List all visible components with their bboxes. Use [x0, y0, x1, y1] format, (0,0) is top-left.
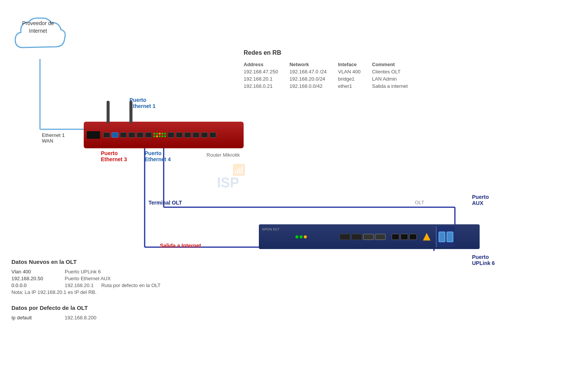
- olt-sfp-3: [363, 234, 374, 240]
- router-screen: [87, 131, 100, 139]
- wan-label: Ethernet 1 WAN: [42, 132, 65, 144]
- diagram-container: Proveedor de Internet Ethernet 1 WAN Pue…: [0, 0, 571, 392]
- puerto-eth1-label: PuertoEthernet 1: [129, 97, 155, 109]
- router-port-eth2: [128, 132, 135, 138]
- olt-device: GPON OLT: [259, 224, 480, 249]
- terminal-olt-label: Terminal OLT: [148, 200, 182, 206]
- datos-nuevos-section: Datos Nuevos en la OLT Vlan 400 Puerto U…: [11, 259, 161, 322]
- col-interface: Inteface: [338, 61, 372, 68]
- net-2: 192.168.20.0/24: [289, 75, 338, 83]
- table-row: 192.168.20.1 192.168.20.0/24 bridge1 LAN…: [244, 75, 419, 83]
- olt-uplink-port-2: [447, 232, 453, 242]
- salida-internet-label: Salida a Internet: [160, 243, 201, 249]
- net-1: 192.168.47.0 /24: [289, 68, 338, 75]
- olt-label: OLT: [415, 200, 424, 205]
- net-3: 192.168.0.0/42: [289, 83, 338, 90]
- olt-device-label: GPON OLT: [262, 227, 279, 231]
- addr-3: 192.168.0.21: [244, 83, 289, 90]
- router-port-sfp: [112, 132, 118, 138]
- iface-2: bridge1: [338, 75, 372, 83]
- router-mikrotik: Router Mikrotik: [84, 122, 244, 148]
- olt-sfp-ports: [340, 234, 386, 240]
- iface-1: VLAN 400: [338, 68, 372, 75]
- puerto-eth3-label: PuertoEthernet 3: [101, 150, 127, 162]
- datos-nuevos-title: Datos Nuevos en la OLT: [11, 259, 161, 265]
- puerto-aux-label: PuertoAUX: [472, 194, 489, 206]
- datos-defecto-row-1: Ip default 192.168.8.200: [11, 315, 161, 321]
- datos-nuevos-row-3: 0.0.0.0 192.168.20.1 Ruta por defecto en…: [11, 282, 161, 288]
- olt-sfp-2: [351, 234, 362, 240]
- antenna-right: [129, 101, 132, 124]
- router-port-eth8: [193, 132, 199, 138]
- router-port-eth1: [120, 132, 127, 138]
- datos-nuevos-note: Nota: La IP 192.168.20.1 es IP del RB.: [11, 289, 161, 295]
- datos-nuevos-row-2: 192.168.20.50 Puerto Ethernet AUX: [11, 276, 161, 281]
- olt-eth-ports: [392, 234, 417, 240]
- router-port-usb: [103, 132, 110, 138]
- comment-2: LAN Admin: [372, 75, 419, 83]
- puerto-eth4-label: PuertoEthernet 4: [145, 150, 171, 162]
- router-port-eth6: [176, 132, 183, 138]
- redes-rb-title: Redes en RB: [244, 49, 419, 56]
- table-row: 192.168.0.21 192.168.0.0/42 ether1 Salid…: [244, 83, 419, 90]
- router-leds: [153, 133, 166, 137]
- col-comment: Comment: [372, 61, 419, 68]
- antenna-left: [107, 101, 110, 124]
- olt-warning-icon: [423, 233, 431, 241]
- cloud-label: Proveedor de Internet: [15, 20, 61, 35]
- col-network: Network: [289, 61, 338, 68]
- col-address: Address: [244, 61, 289, 68]
- olt-eth-port-3: [409, 234, 417, 240]
- comment-3: Salida a internet: [372, 83, 419, 90]
- olt-eth-port-2: [400, 234, 408, 240]
- iface-3: ether1: [338, 83, 372, 90]
- table-row: 192.168.47.250 192.168.47.0 /24 VLAN 400…: [244, 68, 419, 75]
- isp-label: ISP: [217, 175, 239, 191]
- puerto-uplink-label: PuertoUPLink 6: [472, 254, 495, 266]
- comment-1: Clientes OLT: [372, 68, 419, 75]
- router-port-eth10: [209, 132, 216, 138]
- olt-aux-port: [392, 234, 399, 240]
- addr-2: 192.168.20.1: [244, 75, 289, 83]
- olt-uplink-port-1: [439, 232, 445, 242]
- redes-rb-table: Redes en RB Address Network Inteface Com…: [244, 49, 419, 90]
- router-port-eth3: [137, 132, 144, 138]
- isp-wifi-icon: 📶: [232, 163, 246, 176]
- olt-sfp-1: [340, 234, 350, 240]
- redes-rb-data: Address Network Inteface Comment 192.168…: [244, 61, 419, 90]
- router-port-eth4: [145, 132, 152, 138]
- addr-1: 192.168.47.250: [244, 68, 289, 75]
- datos-nuevos-row-1: Vlan 400 Puerto UPLink 6: [11, 269, 161, 275]
- router-port-eth5: [167, 132, 174, 138]
- datos-defecto-title: Datos por Defecto de la OLT: [11, 305, 161, 311]
- olt-uplink-section: [436, 226, 455, 247]
- router-port-eth9: [201, 132, 208, 138]
- router-port-eth7: [184, 132, 191, 138]
- olt-sfp-4: [375, 234, 386, 240]
- router-label: Router Mikrotik: [207, 152, 240, 158]
